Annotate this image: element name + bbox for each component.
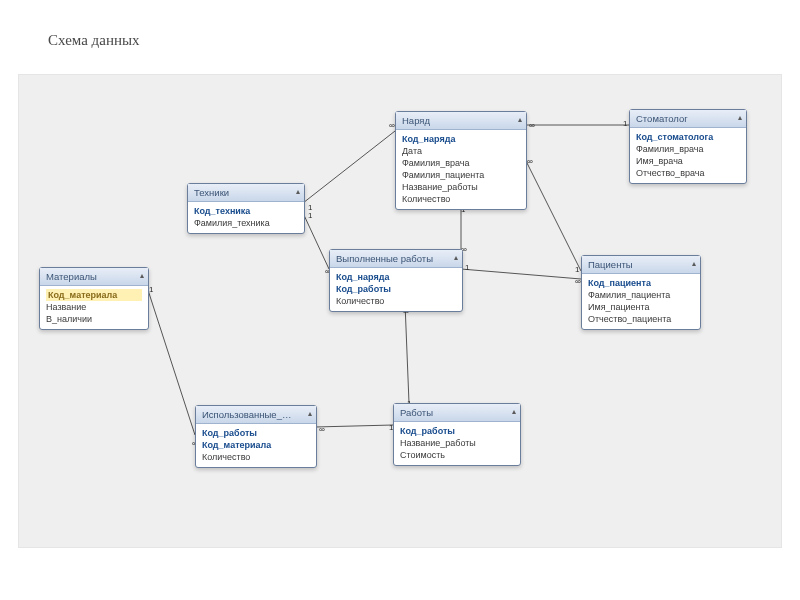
field-row[interactable]: Код_пациента [588,277,694,289]
field-row[interactable]: Код_техника [194,205,298,217]
table-title[interactable]: Выполненные работы▴ [330,250,462,268]
table-title-text: Наряд [402,115,430,126]
field-row[interactable]: Код_работы [336,283,456,295]
table-title[interactable]: Стоматолог▴ [630,110,746,128]
field-row[interactable]: Название_работы [402,181,520,193]
cardinality-one: 1 [623,119,627,128]
field-row[interactable]: Имя_пациента [588,301,694,313]
field-list: Код_работыНазвание_работыСтоимость [394,422,520,465]
field-row[interactable]: Стоимость [400,449,514,461]
table-title[interactable]: Использованные_…▴ [196,406,316,424]
field-row[interactable]: Код_работы [400,425,514,437]
table-patients[interactable]: Пациенты▴Код_пациентаФамилия_пациентаИмя… [581,255,701,330]
field-row[interactable]: Отчество_врача [636,167,740,179]
cardinality-many: ∞ [527,157,533,166]
field-list: Код_пациентаФамилия_пациентаИмя_пациента… [582,274,700,329]
cardinality-one: 1 [149,285,153,294]
table-title[interactable]: Пациенты▴ [582,256,700,274]
field-row[interactable]: Код_наряда [336,271,456,283]
field-row[interactable]: Код_наряда [402,133,520,145]
chevron-up-icon[interactable]: ▴ [512,407,516,416]
field-row[interactable]: Название [46,301,142,313]
field-row[interactable]: Дата [402,145,520,157]
cardinality-one: 1 [465,263,469,272]
field-row[interactable]: Фамилия_техника [194,217,298,229]
table-title-text: Стоматолог [636,113,688,124]
field-row[interactable]: Количество [336,295,456,307]
field-list: Код_стоматологаФамилия_врачаИмя_врачаОтч… [630,128,746,183]
table-title[interactable]: Материалы▴ [40,268,148,286]
field-list: Код_нарядаДатаФамилия_врачаФамилия_пацие… [396,130,526,209]
field-row[interactable]: Название_работы [400,437,514,449]
chevron-up-icon[interactable]: ▴ [738,113,742,122]
cardinality-many: ∞ [389,121,395,130]
field-row[interactable]: Код_материала [46,289,142,301]
page-title: Схема данных [48,32,140,49]
cardinality-one: 1 [308,211,312,220]
cardinality-many: ∞ [319,425,325,434]
cardinality-many: ∞ [529,121,535,130]
field-list: Код_материалаНазваниеВ_наличии [40,286,148,329]
field-row[interactable]: Код_материала [202,439,310,451]
chevron-up-icon[interactable]: ▴ [518,115,522,124]
field-row[interactable]: Отчество_пациента [588,313,694,325]
chevron-up-icon[interactable]: ▴ [308,409,312,418]
field-list: Код_работыКод_материалаКоличество [196,424,316,467]
table-techs[interactable]: Техники▴Код_техникаФамилия_техника [187,183,305,234]
relationships-canvas[interactable]: 1∞1∞1∞1∞1∞1∞1∞1∞1∞Материалы▴Код_материал… [18,74,782,548]
table-title[interactable]: Работы▴ [394,404,520,422]
chevron-up-icon[interactable]: ▴ [454,253,458,262]
field-row[interactable]: Фамилия_пациента [402,169,520,181]
table-naryad[interactable]: Наряд▴Код_нарядаДатаФамилия_врачаФамилия… [395,111,527,210]
table-title-text: Материалы [46,271,97,282]
table-title[interactable]: Техники▴ [188,184,304,202]
table-title-text: Пациенты [588,259,633,270]
cardinality-one: 1 [575,265,579,274]
table-title[interactable]: Наряд▴ [396,112,526,130]
table-title-text: Выполненные работы [336,253,433,264]
chevron-up-icon[interactable]: ▴ [296,187,300,196]
field-row[interactable]: Фамилия_врача [636,143,740,155]
table-materials[interactable]: Материалы▴Код_материалаНазваниеВ_наличии [39,267,149,330]
table-used[interactable]: Использованные_…▴Код_работыКод_материала… [195,405,317,468]
field-row[interactable]: Код_работы [202,427,310,439]
field-row[interactable]: Количество [202,451,310,463]
table-works[interactable]: Работы▴Код_работыНазвание_работыСтоимост… [393,403,521,466]
table-title-text: Работы [400,407,433,418]
table-title-text: Использованные_… [202,409,291,420]
field-row[interactable]: Имя_врача [636,155,740,167]
field-list: Код_нарядаКод_работыКоличество [330,268,462,311]
chevron-up-icon[interactable]: ▴ [140,271,144,280]
field-row[interactable]: Количество [402,193,520,205]
table-done[interactable]: Выполненные работы▴Код_нарядаКод_работыК… [329,249,463,312]
cardinality-many: ∞ [575,277,581,286]
table-stomat[interactable]: Стоматолог▴Код_стоматологаФамилия_врачаИ… [629,109,747,184]
field-row[interactable]: Код_стоматолога [636,131,740,143]
field-row[interactable]: Фамилия_врача [402,157,520,169]
field-row[interactable]: Фамилия_пациента [588,289,694,301]
field-row[interactable]: В_наличии [46,313,142,325]
chevron-up-icon[interactable]: ▴ [692,259,696,268]
table-title-text: Техники [194,187,229,198]
field-list: Код_техникаФамилия_техника [188,202,304,233]
